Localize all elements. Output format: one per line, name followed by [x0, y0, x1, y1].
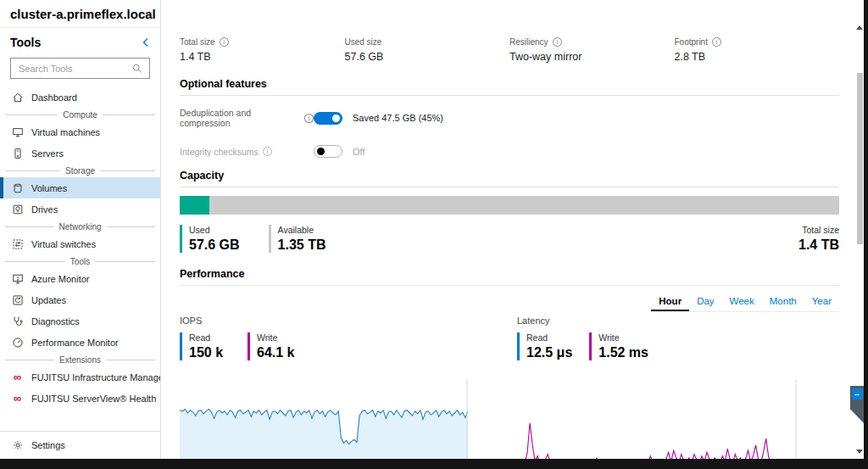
info-icon[interactable]: [553, 37, 562, 47]
sidebar-item-virtual-machines[interactable]: Virtual machines: [0, 121, 160, 142]
info-icon[interactable]: [263, 147, 272, 156]
fujitsu-icon: ∞: [11, 392, 24, 405]
sidebar-item-label: Virtual machines: [31, 127, 100, 137]
sidebar-item-fujitsu-infrastructure-manager[interactable]: ∞ FUJITSU Infrastructure Manager: [0, 366, 160, 388]
drive-icon: [11, 203, 24, 215]
tab-year[interactable]: Year: [804, 293, 839, 311]
performance-section: Performance Hour Day Week Month Year IOP…: [180, 268, 839, 459]
sidebar-item-label: Servers: [31, 148, 64, 159]
sidebar-item-label: FUJITSU ServerView® Health: [31, 394, 156, 404]
scrollbar-up-arrow-icon[interactable]: [856, 25, 863, 30]
stat-value: 1.4 TB: [180, 51, 345, 63]
sidebar-item-servers[interactable]: Servers: [0, 142, 160, 164]
stat-value: Two-way mirror: [509, 51, 675, 63]
info-icon[interactable]: [304, 114, 314, 123]
latency-read-stat: Read 12.5 μs: [517, 332, 572, 360]
tab-month[interactable]: Month: [762, 293, 804, 311]
stat-total-size: Total size 1.4 TB: [180, 37, 345, 63]
sidebar-item-label: Settings: [31, 440, 65, 450]
volume-detail-panel: Total size 1.4 TB Used size 57.6 GB Resi…: [162, 0, 852, 459]
sidebar-item-label: Drives: [31, 204, 58, 215]
capacity-available: Available 1.35 TB: [269, 225, 326, 253]
dedup-row: Deduplication and compression Saved 47.5…: [180, 108, 839, 128]
capacity-legend: Used 57.6 GB Available 1.35 TB Total siz…: [180, 225, 839, 253]
latency-write-stat: Write 1.52 ms: [589, 332, 648, 360]
dedup-status: Saved 47.5 GB (45%): [353, 113, 443, 123]
capacity-section: Capacity Used 57.6 GB Available 1.35 TB …: [180, 170, 839, 253]
server-icon: [11, 147, 24, 159]
sidebar-section-storage: Storage: [0, 164, 160, 177]
integrity-toggle[interactable]: [314, 145, 342, 158]
iops-read-stat: Read 150 k: [180, 332, 231, 360]
sidebar-item-label: Dashboard: [31, 92, 77, 103]
optional-features-section: Optional features Deduplication and comp…: [180, 78, 839, 158]
capacity-bar-used: [180, 196, 209, 215]
sidebar-item-volumes[interactable]: Volumes: [0, 177, 160, 198]
latency-chart: [517, 379, 797, 459]
sidebar-section-extensions: Extensions: [0, 353, 160, 366]
tab-hour[interactable]: Hour: [651, 293, 689, 311]
sidebar-item-drives[interactable]: Drives: [0, 198, 160, 220]
sidebar-item-virtual-switches[interactable]: Virtual switches: [0, 233, 160, 254]
sidebar-item-settings[interactable]: Settings: [0, 433, 160, 457]
fujitsu-icon: ∞: [11, 371, 24, 383]
home-icon: [11, 91, 24, 103]
sidebar-item-fujitsu-serverview-health[interactable]: ∞ FUJITSU ServerView® Health: [0, 388, 160, 409]
gauge-icon: [11, 336, 24, 349]
vm-icon: [11, 126, 24, 138]
search-tools-input[interactable]: [17, 63, 131, 75]
sidebar-section-compute: Compute: [0, 108, 160, 121]
search-tools-box: [10, 58, 150, 79]
sidebar-collapse-icon[interactable]: [142, 37, 150, 47]
search-icon: [131, 62, 143, 75]
stat-used-size: Used size 57.6 GB: [345, 37, 510, 63]
sidebar-item-label: FUJITSU Infrastructure Manager: [31, 372, 160, 382]
azure-monitor-icon: [11, 272, 24, 285]
sidebar-section-networking: Networking: [0, 220, 160, 233]
sidebar-item-azure-monitor[interactable]: Azure Monitor: [0, 268, 160, 289]
sidebar-item-label: Performance Monitor: [31, 338, 119, 348]
sidebar-item-label: Diagnostics: [31, 316, 80, 327]
sidebar-bottom: Settings: [0, 431, 160, 459]
capacity-total: Total size 1.4 TB: [798, 225, 839, 253]
latency-title: Latency: [517, 315, 797, 326]
tools-header-row: Tools: [0, 28, 160, 53]
diagnostics-icon: [11, 315, 24, 327]
capacity-heading: Capacity: [180, 170, 839, 187]
updates-icon: [11, 293, 24, 306]
sidebar-item-performance-monitor[interactable]: Performance Monitor: [0, 332, 160, 353]
sidebar-nav: Dashboard Compute Virtual machines Serve…: [0, 87, 160, 431]
dedup-toggle[interactable]: [314, 112, 342, 125]
sidebar-item-diagnostics[interactable]: Diagnostics: [0, 310, 160, 332]
capacity-used: Used 57.6 GB: [180, 225, 240, 253]
tools-heading: Tools: [10, 36, 41, 49]
sidebar-item-label: Virtual switches: [31, 239, 96, 249]
tab-week[interactable]: Week: [722, 293, 762, 311]
capacity-bar: [180, 196, 839, 215]
stat-resiliency: Resiliency Two-way mirror: [509, 37, 675, 63]
integrity-row: Integrity checksums Off: [180, 145, 839, 158]
info-icon[interactable]: [220, 37, 229, 47]
sidebar-item-label: Azure Monitor: [31, 274, 89, 284]
timeframe-tabs: Hour Day Week Month Year: [651, 293, 839, 312]
tab-day[interactable]: Day: [689, 293, 721, 311]
gear-icon: [11, 439, 24, 452]
stat-value: 2.8 TB: [675, 51, 840, 63]
volume-stats-row: Total size 1.4 TB Used size 57.6 GB Resi…: [180, 37, 839, 63]
teamviewer-icon: [852, 388, 863, 399]
sidebar-item-label: Volumes: [31, 183, 67, 193]
info-icon[interactable]: [712, 37, 721, 47]
iops-title: IOPS: [180, 315, 468, 326]
stat-footprint: Footprint 2.8 TB: [675, 37, 840, 63]
sidebar-item-dashboard[interactable]: Dashboard: [0, 87, 160, 108]
sidebar-section-tools: Tools: [0, 254, 160, 268]
volume-icon: [11, 181, 24, 194]
scrollbar-down-arrow-icon[interactable]: [856, 449, 863, 454]
scrollbar-thumb[interactable]: [857, 73, 863, 244]
switch-icon: [11, 237, 24, 250]
iops-chart: [180, 379, 468, 459]
sidebar-item-updates[interactable]: Updates: [0, 289, 160, 310]
iops-write-stat: Write 64.1 k: [248, 332, 298, 360]
stat-value: 57.6 GB: [345, 51, 510, 63]
admin-center-window: cluster-a.primeflex.local Tools Dashboar…: [0, 0, 864, 459]
